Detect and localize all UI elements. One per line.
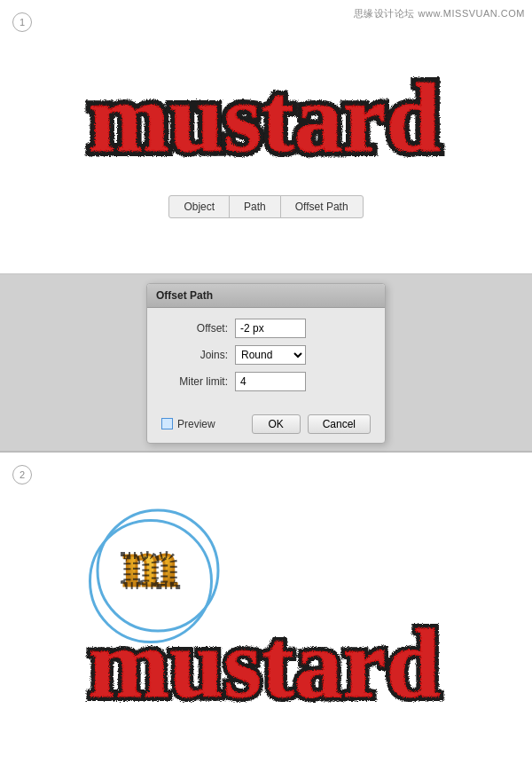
path-button[interactable]: Path bbox=[229, 195, 281, 218]
cancel-button[interactable]: Cancel bbox=[308, 414, 371, 434]
svg-text:mustard: mustard bbox=[88, 64, 440, 172]
dialog-body: Offset: Joins: Miter Round Bevel Miter l… bbox=[147, 308, 385, 407]
section2-content: m m mustard mustard bbox=[0, 453, 532, 772]
ok-button[interactable]: OK bbox=[252, 414, 301, 434]
circle-highlight bbox=[89, 519, 213, 643]
dialog-section: Offset Path Offset: Joins: Miter Round B… bbox=[0, 275, 532, 453]
section-1: 思缘设计论坛 www.MISSVUAN.COM 1 mustard mustar… bbox=[0, 0, 532, 275]
preview-check: Preview bbox=[161, 418, 245, 430]
joins-label: Joins: bbox=[161, 349, 228, 361]
offset-row: Offset: bbox=[161, 319, 371, 338]
mustard-svg-1: mustard mustard bbox=[62, 22, 470, 182]
section-2: 2 bbox=[0, 453, 532, 772]
joins-row: Joins: Miter Round Bevel bbox=[161, 345, 371, 365]
dialog-footer: Preview OK Cancel bbox=[147, 407, 385, 443]
joins-select[interactable]: Miter Round Bevel bbox=[235, 345, 306, 365]
preview-label: Preview bbox=[177, 418, 215, 430]
miter-input[interactable] bbox=[235, 372, 306, 391]
mustard-text-display-1: mustard mustard bbox=[0, 0, 532, 195]
offset-input[interactable] bbox=[235, 319, 306, 338]
object-button[interactable]: Object bbox=[168, 195, 230, 218]
offset-path-dialog: Offset Path Offset: Joins: Miter Round B… bbox=[146, 283, 386, 444]
watermark: 思缘设计论坛 www.MISSVUAN.COM bbox=[354, 7, 525, 20]
miter-label: Miter limit: bbox=[161, 375, 228, 388]
toolbar-buttons: Object Path Offset Path bbox=[0, 195, 532, 234]
dialog-title: Offset Path bbox=[147, 284, 385, 308]
joins-select-wrap: Miter Round Bevel bbox=[235, 345, 306, 365]
miter-row: Miter limit: bbox=[161, 372, 371, 391]
mustard-text-display-2: m m mustard mustard bbox=[0, 453, 532, 772]
offset-path-button[interactable]: Offset Path bbox=[280, 195, 364, 218]
step-badge-1: 1 bbox=[12, 12, 32, 32]
offset-label: Offset: bbox=[161, 322, 228, 335]
preview-checkbox[interactable] bbox=[161, 418, 173, 429]
